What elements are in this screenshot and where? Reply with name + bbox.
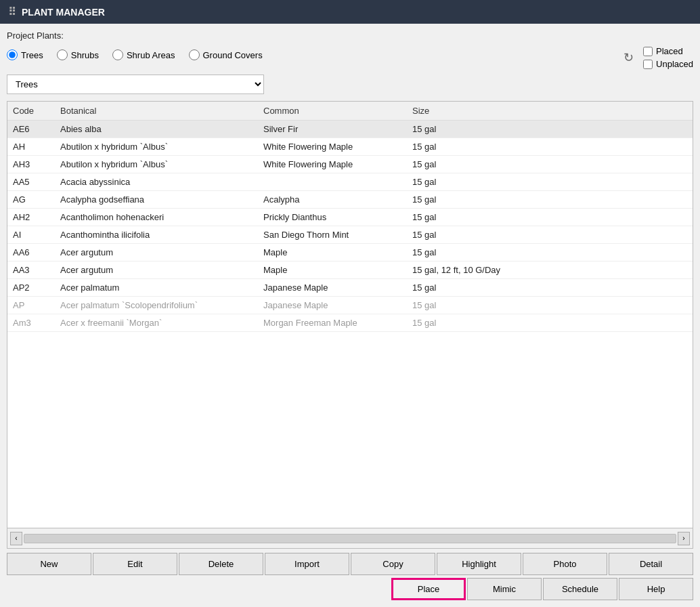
main-content: Project Plants: Trees Shrubs Shrub Areas	[0, 24, 700, 607]
table-row[interactable]: AH3Abutilon x hybridum `Albus`White Flow…	[7, 156, 693, 173]
cell-botanical: Acantholimon hohenackeri	[55, 209, 258, 226]
cell-common: Morgan Freeman Maple	[258, 314, 407, 332]
cell-size: 15 gal	[407, 138, 693, 156]
place-button[interactable]: Place	[391, 578, 466, 600]
new-button[interactable]: New	[7, 553, 91, 575]
edit-button[interactable]: Edit	[93, 553, 177, 575]
import-button[interactable]: Import	[265, 553, 349, 575]
refresh-icon[interactable]: ↻	[619, 48, 638, 67]
mimic-button[interactable]: Mimic	[467, 578, 542, 600]
highlight-button[interactable]: Highlight	[437, 553, 521, 575]
cell-code: AH	[7, 138, 55, 156]
scroll-track[interactable]	[24, 534, 676, 543]
right-controls: ↻ Placed Unplaced	[619, 46, 693, 69]
cell-code: AI	[7, 226, 55, 244]
radio-shrub-areas-label: Shrub Areas	[127, 50, 175, 60]
cell-code: AA3	[7, 261, 55, 279]
cell-size: 15 gal	[407, 173, 693, 191]
cell-botanical: Abutilon x hybridum `Albus`	[55, 138, 258, 156]
detail-button[interactable]: Detail	[609, 553, 693, 575]
cell-botanical: Acer argutum	[55, 244, 258, 261]
help-button[interactable]: Help	[619, 578, 693, 600]
cell-size: 15 gal	[407, 226, 693, 244]
cell-code: AH3	[7, 156, 55, 173]
radio-ground-covers[interactable]: Ground Covers	[189, 49, 263, 60]
table-row[interactable]: AE6Abies albaSilver Fir15 gal	[7, 121, 693, 138]
col-header-common: Common	[258, 102, 407, 121]
radio-trees-label: Trees	[21, 50, 43, 60]
radio-trees[interactable]: Trees	[7, 49, 43, 60]
table-row[interactable]: APAcer palmatum `Scolopendrifolium`Japan…	[7, 297, 693, 314]
plant-type-dropdown[interactable]: Trees Shrubs Shrub Areas Ground Covers	[7, 75, 264, 94]
cell-botanical: Abutilon x hybridum `Albus`	[55, 156, 258, 173]
cell-size: 15 gal	[407, 209, 693, 226]
plant-table-body: AE6Abies albaSilver Fir15 galAHAbutilon …	[7, 121, 693, 332]
checkbox-unplaced[interactable]: Unplaced	[643, 59, 693, 69]
toolbar-row-2: Place Mimic Schedule Help	[7, 578, 693, 600]
radio-shrubs-label: Shrubs	[71, 50, 99, 60]
cell-botanical: Acalypha godseffiana	[55, 191, 258, 209]
cell-size: 15 gal	[407, 191, 693, 209]
radio-ground-covers-label: Ground Covers	[203, 50, 263, 60]
unplaced-label: Unplaced	[656, 59, 693, 69]
table-row[interactable]: AH2Acantholimon hohenackeriPrickly Diant…	[7, 209, 693, 226]
table-row[interactable]: AP2Acer palmatumJapanese Maple15 gal	[7, 279, 693, 297]
window-title: PLANT MANAGER	[22, 7, 105, 18]
table-row[interactable]: AIAcanthomintha ilicifoliaSan Diego Thor…	[7, 226, 693, 244]
cell-code: AG	[7, 191, 55, 209]
cell-common: Acalypha	[258, 191, 407, 209]
plant-manager-window: ⠿ PLANT MANAGER Project Plants: Trees Sh…	[0, 0, 700, 607]
checkbox-placed[interactable]: Placed	[643, 46, 693, 56]
toolbar-row-1: New Edit Delete Import Copy Highlight Ph…	[7, 553, 693, 575]
drag-handle-icon: ⠿	[8, 5, 16, 18]
horizontal-scrollbar[interactable]: ‹ ›	[7, 528, 693, 549]
cell-code: AH2	[7, 209, 55, 226]
cell-common: White Flowering Maple	[258, 156, 407, 173]
photo-button[interactable]: Photo	[523, 553, 607, 575]
radio-shrub-areas[interactable]: Shrub Areas	[112, 49, 175, 60]
table-header-row: Code Botanical Common Size	[7, 102, 693, 121]
table-row[interactable]: AHAbutilon x hybridum `Albus`White Flowe…	[7, 138, 693, 156]
cell-common	[258, 173, 407, 191]
cell-common: Prickly Dianthus	[258, 209, 407, 226]
cell-size: 15 gal	[407, 314, 693, 332]
plant-table-container[interactable]: Code Botanical Common Size AE6Abies alba…	[7, 101, 693, 528]
placed-label: Placed	[656, 46, 683, 56]
table-row[interactable]: AA6Acer argutumMaple15 gal	[7, 244, 693, 261]
cell-common: Japanese Maple	[258, 279, 407, 297]
cell-size: 15 gal	[407, 121, 693, 138]
cell-size: 15 gal	[407, 156, 693, 173]
cell-common: Maple	[258, 244, 407, 261]
col-header-code: Code	[7, 102, 55, 121]
cell-botanical: Acer palmatum `Scolopendrifolium`	[55, 297, 258, 314]
table-row[interactable]: Am3Acer x freemanii `Morgan`Morgan Freem…	[7, 314, 693, 332]
title-bar: ⠿ PLANT MANAGER	[0, 0, 700, 24]
cell-botanical: Acer argutum	[55, 261, 258, 279]
cell-botanical: Abies alba	[55, 121, 258, 138]
delete-button[interactable]: Delete	[179, 553, 263, 575]
cell-code: AP	[7, 297, 55, 314]
table-row[interactable]: AA5Acacia abyssinica15 gal	[7, 173, 693, 191]
cell-common: Japanese Maple	[258, 297, 407, 314]
col-header-size: Size	[407, 102, 693, 121]
radio-group: Trees Shrubs Shrub Areas Ground Covers	[7, 49, 263, 60]
cell-code: AA5	[7, 173, 55, 191]
radio-shrubs[interactable]: Shrubs	[57, 49, 99, 60]
cell-size: 15 gal	[407, 279, 693, 297]
schedule-button[interactable]: Schedule	[543, 578, 617, 600]
cell-botanical: Acer x freemanii `Morgan`	[55, 314, 258, 332]
checkboxes-column: Placed Unplaced	[643, 46, 693, 69]
scroll-right-button[interactable]: ›	[678, 532, 690, 545]
cell-common: Maple	[258, 261, 407, 279]
refresh-and-checkboxes: ↻ Placed Unplaced	[619, 46, 693, 69]
cell-size: 15 gal	[407, 297, 693, 314]
col-header-botanical: Botanical	[55, 102, 258, 121]
cell-code: AE6	[7, 121, 55, 138]
cell-size: 15 gal	[407, 244, 693, 261]
table-row[interactable]: AGAcalypha godseffianaAcalypha15 gal	[7, 191, 693, 209]
table-row[interactable]: AA3Acer argutumMaple15 gal, 12 ft, 10 G/…	[7, 261, 693, 279]
cell-botanical: Acer palmatum	[55, 279, 258, 297]
scroll-left-button[interactable]: ‹	[10, 532, 22, 545]
copy-button[interactable]: Copy	[351, 553, 435, 575]
dropdown-row: Trees Shrubs Shrub Areas Ground Covers	[7, 75, 693, 94]
